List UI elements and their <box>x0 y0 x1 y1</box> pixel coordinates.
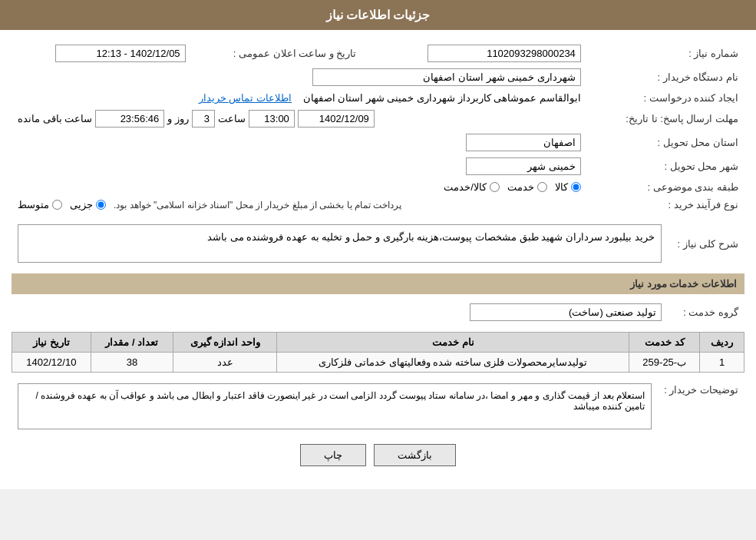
time-remaining-input: 23:56:46 <box>95 110 164 128</box>
category-radio-khedmat[interactable] <box>537 182 547 192</box>
purchase-type-option-motavasset[interactable]: متوسط <box>18 199 62 210</box>
col-header-unit: واحد اندازه گیری <box>173 333 277 353</box>
province-label: استان محل تحویل : <box>587 131 744 154</box>
purchase-type-note: پرداخت تمام یا بخشی از مبلغ خریدار از مح… <box>114 200 401 210</box>
col-header-code: کد خدمت <box>629 333 700 353</box>
need-desc-section: شرح کلی نیاز : خرید بیلبورد سرداران شهید… <box>12 221 744 266</box>
buyer-org-label: نام دستگاه خریدار : <box>587 65 744 89</box>
cell-name: تولیدسایرمحصولات فلزی ساخته شده وفعالیته… <box>277 353 629 373</box>
need-number-label: شماره نیاز : <box>587 41 744 65</box>
page-header: جزئیات اطلاعات نیاز <box>0 0 756 30</box>
print-button[interactable]: چاپ <box>300 444 366 466</box>
buttons-row: بازگشت چاپ <box>12 444 744 466</box>
category-label-kala-khedmat: کالا/خدمت <box>444 181 487 193</box>
need-desc-label: شرح کلی نیاز : <box>668 221 744 266</box>
category-radio-kala-khedmat[interactable] <box>490 182 500 192</box>
category-option-khedmat[interactable]: خدمت <box>507 181 547 193</box>
city-input: خمینی شهر <box>466 157 581 175</box>
need-number-input: 1102093298000234 <box>428 45 581 62</box>
time-input: 13:00 <box>249 110 295 128</box>
buyer-notes-box: استعلام بعد از قیمت گذاری و مهر و امضا ،… <box>18 383 652 429</box>
cell-date: 1402/12/10 <box>12 353 91 373</box>
contact-link[interactable]: اطلاعات تماس خریدار <box>199 92 292 104</box>
need-desc-box: خرید بیلبورد سرداران شهید طبق مشخصات پیو… <box>18 224 662 263</box>
cell-unit: عدد <box>173 353 277 373</box>
purchase-type-radio-motavasset[interactable] <box>52 200 62 210</box>
response-deadline-label: مهلت ارسال پاسخ: تا تاریخ: <box>587 107 744 131</box>
col-header-date: تاریخ نیاز <box>12 333 91 353</box>
info-table: شماره نیاز : 1102093298000234 تاریخ و سا… <box>12 41 744 214</box>
requester-label: ایجاد کننده درخواست : <box>587 89 744 107</box>
response-deadline-row: ساعت باقی مانده 23:56:46 روز و 3 ساعت 13… <box>18 110 581 128</box>
col-header-row: ردیف <box>700 333 744 353</box>
buyer-notes-section: توضیحات خریدار : استعلام بعد از قیمت گذا… <box>12 380 744 432</box>
requester-value: ابوالقاسم عموشاهی کاربرداز شهرداری خمینی… <box>12 89 587 107</box>
table-row: 1 ب-25-259 تولیدسایرمحصولات فلزی ساخته ش… <box>12 353 744 373</box>
col-header-name: نام خدمت <box>277 333 629 353</box>
purchase-type-label-jozi: جزیی <box>70 199 93 210</box>
buyer-notes-label: توضیحات خریدار : <box>658 380 744 432</box>
announce-datetime-input: 1402/12/05 - 12:13 <box>55 45 186 62</box>
purchase-type-label-motavasset: متوسط <box>18 199 49 210</box>
requester-text: ابوالقاسم عموشاهی کاربرداز شهرداری خمینی… <box>303 92 581 104</box>
cell-qty: 38 <box>91 353 173 373</box>
services-table: ردیف کد خدمت نام خدمت واحد اندازه گیری ت… <box>12 332 744 373</box>
back-button[interactable]: بازگشت <box>374 444 456 466</box>
category-radio-kala[interactable] <box>571 182 581 192</box>
buyer-org-input: شهرداری خمینی شهر استان اصفهان <box>312 68 581 86</box>
purchase-type-option-jozi[interactable]: جزیی <box>70 199 106 210</box>
service-group-table: گروه خدمت : تولید صنعتی (ساخت) <box>12 300 744 324</box>
days-input: 3 <box>192 110 215 128</box>
time-remaining-label: ساعت باقی مانده <box>18 113 92 124</box>
city-label: شهر محل تحویل : <box>587 154 744 178</box>
col-header-qty: تعداد / مقدار <box>91 333 173 353</box>
category-label-kala: کالا <box>555 181 568 193</box>
announce-datetime-value: 1402/12/05 - 12:13 <box>12 41 192 65</box>
province-input: اصفهان <box>466 134 581 151</box>
purchase-type-label: نوع فرآیند خرید : <box>587 196 744 214</box>
category-label: طبقه بندی موضوعی : <box>587 178 744 196</box>
cell-code: ب-25-259 <box>629 353 700 373</box>
buyer-org-value: شهرداری خمینی شهر استان اصفهان <box>12 65 587 89</box>
category-label-khedmat: خدمت <box>507 181 534 193</box>
cell-row: 1 <box>700 353 744 373</box>
service-group-value: تولید صنعتی (ساخت) <box>470 303 662 321</box>
category-option-kala-khedmat[interactable]: کالا/خدمت <box>444 181 500 193</box>
services-table-wrapper: ردیف کد خدمت نام خدمت واحد اندازه گیری ت… <box>12 332 744 373</box>
service-group-label: گروه خدمت : <box>668 300 744 324</box>
purchase-type-radio-jozi[interactable] <box>96 200 106 210</box>
services-section-header: اطلاعات خدمات مورد نیاز <box>12 273 744 294</box>
need-number-value: 1102093298000234 <box>378 41 586 65</box>
category-option-kala[interactable]: کالا <box>555 181 581 193</box>
response-date-input: 1402/12/09 <box>298 110 375 128</box>
time-label: ساعت <box>218 113 246 124</box>
days-label: روز و <box>167 113 189 124</box>
purchase-type-radio-group: متوسط جزیی <box>18 199 106 210</box>
category-radio-group: کالا/خدمت خدمت کالا <box>18 181 581 193</box>
announce-datetime-label: تاریخ و ساعت اعلان عمومی : <box>192 41 363 65</box>
